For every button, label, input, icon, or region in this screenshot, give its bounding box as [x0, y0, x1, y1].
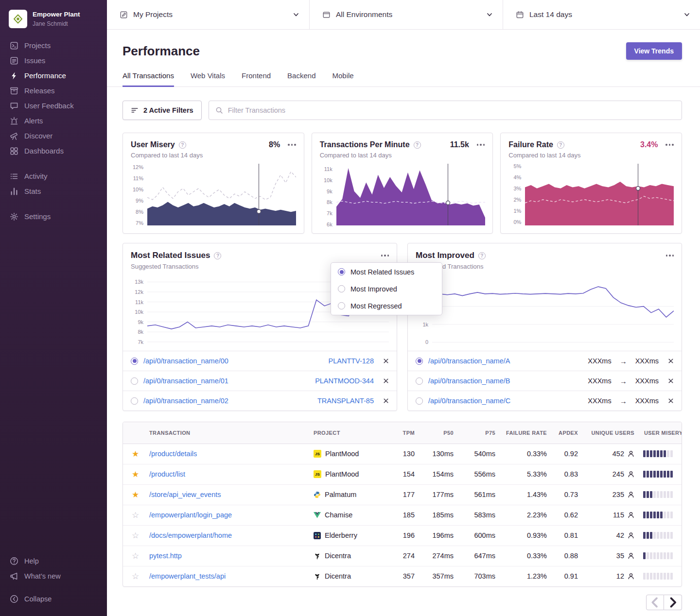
sidebar-item-performance[interactable]: Performance [0, 68, 107, 83]
radio-icon[interactable] [416, 397, 423, 405]
ellipsis-menu-icon[interactable] [477, 142, 485, 148]
transaction-link[interactable]: /empowerplant_tests/api [149, 572, 226, 580]
transaction-link[interactable]: /docs/empowerplant/home [149, 531, 232, 539]
help-icon[interactable]: ? [414, 141, 421, 149]
star-icon[interactable]: ☆ [132, 572, 139, 581]
unique-users-value: 35 [616, 552, 624, 560]
card-value: 3.4% [640, 140, 658, 149]
col-p50[interactable]: P50 [420, 422, 458, 444]
col-apdex[interactable]: APDEX [552, 422, 583, 444]
transaction-link[interactable]: /api/0/transaction_name/02 [143, 397, 228, 405]
sidebar-item-dashboards[interactable]: Dashboards [0, 143, 107, 158]
help-icon[interactable]: ? [179, 141, 186, 149]
close-icon[interactable] [383, 358, 389, 364]
sidebar-item-settings[interactable]: Settings [0, 209, 107, 224]
close-icon[interactable] [668, 358, 674, 364]
ellipsis-menu-icon[interactable] [288, 142, 296, 148]
col-failure-rate[interactable]: FAILURE RATE [500, 422, 552, 444]
failure-rate-value: 2.23% [500, 505, 552, 525]
most-improved-chart[interactable]: 2k1k0 [416, 276, 674, 345]
search-input[interactable] [228, 106, 675, 114]
chevron-down-icon [293, 11, 299, 18]
active-filters-button[interactable]: 2 Active Filters [122, 101, 202, 120]
star-icon[interactable]: ☆ [132, 551, 139, 561]
org-switcher[interactable]: Empower Plant Jane Schmidt [0, 8, 107, 38]
menu-item-most-related-issues[interactable]: Most Related Issues [331, 263, 442, 280]
unique-users-value: 235 [612, 491, 624, 498]
project-selector[interactable]: My Projects [107, 0, 310, 29]
menu-item-most-improved[interactable]: Most Improved [331, 280, 442, 297]
star-icon[interactable]: ★ [132, 490, 139, 499]
menu-item-most-regressed[interactable]: Most Regressed [331, 297, 442, 314]
date-range-selector[interactable]: Last 14 days [503, 0, 700, 29]
failure-rate-chart[interactable]: 5%4%3%2%1%0% [508, 164, 674, 225]
col-tpm[interactable]: TPM [390, 422, 420, 444]
close-icon[interactable] [383, 378, 389, 384]
radio-icon[interactable] [416, 358, 423, 365]
transaction-link[interactable]: /api/0/transaction_name/B [428, 377, 510, 385]
tab-frontend[interactable]: Frontend [242, 71, 271, 87]
tab-all-transactions[interactable]: All Transactions [122, 71, 174, 87]
duration-before: XXXms [588, 397, 611, 405]
sidebar-item-releases[interactable]: Releases [0, 83, 107, 98]
transaction-link[interactable]: /api/0/transaction_name/A [428, 357, 510, 365]
close-icon[interactable] [383, 398, 389, 404]
close-icon[interactable] [668, 398, 674, 404]
next-page-button[interactable] [664, 595, 682, 610]
sidebar-item-discover[interactable]: Discover [0, 128, 107, 143]
sidebar-item-whats-new[interactable]: What’s new [0, 568, 107, 583]
col-unique-users[interactable]: UNIQUE USERS [583, 422, 639, 444]
user-icon [628, 491, 634, 498]
radio-icon[interactable] [131, 397, 138, 405]
sidebar-item-projects[interactable]: Projects [0, 38, 107, 53]
help-icon[interactable]: ? [478, 252, 486, 259]
tpm-chart[interactable]: 11k10k9k8k7k6k [320, 164, 485, 225]
sidebar-item-stats[interactable]: Stats [0, 184, 107, 199]
help-icon[interactable]: ? [557, 141, 564, 149]
transaction-link[interactable]: /product/details [149, 450, 197, 458]
radio-icon[interactable] [131, 377, 138, 385]
sidebar-item-issues[interactable]: Issues [0, 53, 107, 68]
sidebar-item-label: What’s new [24, 572, 61, 580]
help-icon[interactable]: ? [214, 252, 221, 259]
transaction-link[interactable]: /store/api_view_events [149, 491, 221, 498]
star-icon[interactable]: ☆ [132, 511, 139, 520]
star-icon[interactable]: ★ [132, 449, 139, 459]
transaction-link[interactable]: /api/0/transaction_name/C [428, 397, 510, 405]
col-p75[interactable]: P75 [458, 422, 500, 444]
close-icon[interactable] [668, 378, 674, 384]
user-misery-bars [643, 532, 673, 539]
radio-icon[interactable] [131, 358, 138, 365]
transaction-search[interactable] [209, 101, 682, 120]
user-icon [628, 532, 634, 539]
transaction-link[interactable]: /api/0/transaction_name/01 [143, 377, 228, 385]
sidebar-item-alerts[interactable]: Alerts [0, 113, 107, 128]
environment-selector[interactable]: All Environments [310, 0, 503, 29]
transaction-link[interactable]: pytest.http [149, 552, 182, 560]
star-icon[interactable]: ★ [132, 470, 139, 479]
view-trends-button[interactable]: View Trends [626, 42, 682, 60]
previous-page-button[interactable] [646, 595, 664, 610]
sidebar-item-help[interactable]: Help [0, 553, 107, 568]
tab-mobile[interactable]: Mobile [332, 71, 353, 87]
sidebar-item-user-feedback[interactable]: User Feedback [0, 98, 107, 113]
transaction-link[interactable]: /empowerplant/login_page [149, 511, 232, 519]
star-icon[interactable]: ☆ [132, 531, 139, 540]
transaction-link[interactable]: /product/list [149, 470, 185, 478]
sidebar-item-collapse[interactable]: Collapse [0, 591, 107, 606]
ellipsis-menu-icon[interactable] [381, 253, 389, 258]
tab-web-vitals[interactable]: Web Vitals [191, 71, 225, 87]
transaction-link[interactable]: /api/0/transaction_name/00 [143, 357, 228, 365]
issue-link[interactable]: PLANTMOOD-344 [315, 377, 374, 385]
issue-link[interactable]: TRANSPLANT-85 [317, 397, 374, 405]
tab-backend[interactable]: Backend [287, 71, 315, 87]
issue-link[interactable]: PLANTTV-128 [329, 357, 374, 365]
col-transaction[interactable]: TRANSACTION [144, 422, 309, 444]
col-project[interactable]: PROJECT [309, 422, 390, 444]
user-misery-chart[interactable]: 12%11%10%9%8%7% [131, 164, 296, 225]
ellipsis-menu-icon[interactable] [665, 142, 674, 148]
sidebar-item-activity[interactable]: Activity [0, 169, 107, 184]
radio-icon[interactable] [416, 377, 423, 385]
col-user-misery[interactable]: USER MISERY [639, 422, 682, 444]
ellipsis-menu-icon[interactable] [666, 253, 674, 258]
